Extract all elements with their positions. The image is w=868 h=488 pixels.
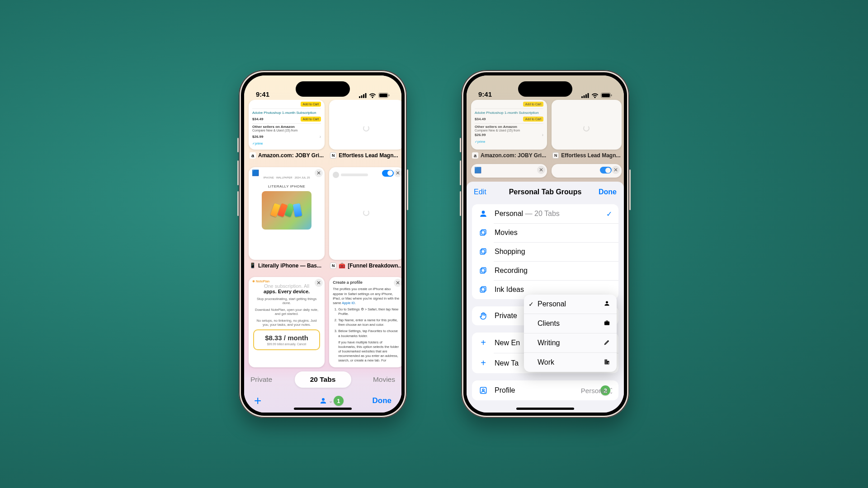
stack-icon bbox=[478, 247, 488, 256]
segment-private[interactable]: Private bbox=[248, 371, 290, 388]
profile-icon bbox=[478, 386, 488, 395]
home-indicator bbox=[294, 408, 352, 410]
tab-group-shopping[interactable]: Shopping bbox=[472, 242, 618, 261]
stack-icon bbox=[478, 285, 488, 294]
phone-frame-1: 9:41 Add to Cart Adobe Photoshop 1-month… bbox=[239, 70, 407, 418]
dynamic-island bbox=[296, 81, 350, 97]
bottom-bar: Private 20 Tabs Movies + ⌄ 1 Done bbox=[244, 367, 401, 413]
tab-item-amazon[interactable]: Add to Cart Adobe Photoshop 1-month Subs… bbox=[249, 100, 325, 161]
profile-option-clients[interactable]: Clients bbox=[524, 314, 617, 333]
loading-spinner-icon bbox=[363, 125, 369, 131]
pencil-icon bbox=[604, 339, 610, 347]
close-tab-button[interactable]: ✕ bbox=[315, 279, 323, 287]
svg-rect-2 bbox=[363, 94, 364, 98]
tab-groups-sheet[interactable]: Edit Personal Tab Groups Done Personal —… bbox=[467, 182, 624, 413]
product-image bbox=[262, 191, 311, 230]
tab-item-setapp[interactable]: ✕ NotePlan One subscription. All apps. E… bbox=[249, 277, 325, 370]
segment-current[interactable]: 20 Tabs bbox=[295, 371, 351, 388]
tab-group-movies[interactable]: Movies bbox=[472, 223, 618, 242]
tab-group-personal[interactable]: Personal — 20 Tabs ✓ bbox=[472, 204, 618, 223]
done-button[interactable]: Done bbox=[372, 396, 392, 405]
add-to-cart-button[interactable]: Add to Cart bbox=[301, 102, 321, 107]
status-time: 9:41 bbox=[478, 90, 492, 98]
profile-popup-menu[interactable]: ✓ Personal Clients Writing Work bbox=[524, 295, 617, 372]
wifi-icon bbox=[369, 93, 376, 98]
literally-iphone-favicon: 📱 bbox=[250, 263, 256, 269]
screen-2: 9:41 Add to Cart Adobe Photoshop 1-month… bbox=[467, 75, 624, 413]
amazon-favicon: a bbox=[250, 152, 256, 159]
profile-option-writing[interactable]: Writing bbox=[524, 333, 617, 352]
tab-groups-list: Personal — 20 Tabs ✓ Movies Shopping Rec… bbox=[472, 204, 618, 299]
person-icon bbox=[319, 397, 327, 405]
tab-label: a Amazon.com: JOBY Gri... bbox=[249, 152, 325, 159]
profile-option-work[interactable]: Work bbox=[524, 352, 617, 372]
profile-row[interactable]: Profile 2 Personal ⌃⌄ bbox=[472, 380, 618, 400]
svg-rect-12 bbox=[602, 94, 610, 97]
dynamic-island bbox=[518, 81, 572, 97]
tab-group-recording[interactable]: Recording bbox=[472, 261, 618, 280]
svg-rect-10 bbox=[588, 93, 589, 98]
status-icons bbox=[359, 93, 390, 98]
tab-item-leadmagnet[interactable]: N Effortless Lead Magn... bbox=[329, 100, 401, 161]
svg-rect-3 bbox=[365, 93, 367, 98]
literally-iphone-favicon: 🟦 bbox=[252, 170, 259, 176]
toggle-switch[interactable] bbox=[382, 170, 394, 177]
signal-icon bbox=[581, 93, 589, 98]
profile-option-personal[interactable]: ✓ Personal bbox=[524, 295, 617, 314]
battery-icon bbox=[601, 93, 612, 98]
chevron-updown-icon: ⌃⌄ bbox=[609, 388, 613, 393]
profile-switcher-button[interactable]: ⌄ 1 bbox=[319, 397, 333, 405]
svg-rect-17 bbox=[480, 250, 485, 254]
svg-rect-7 bbox=[581, 96, 583, 98]
svg-point-23 bbox=[482, 389, 484, 391]
plus-icon: + bbox=[478, 338, 488, 348]
add-to-cart-button[interactable]: Add to Cart bbox=[301, 117, 321, 122]
notion-favicon: N bbox=[330, 152, 336, 159]
plus-icon: + bbox=[478, 358, 488, 368]
svg-rect-21 bbox=[480, 288, 485, 292]
profile-selected[interactable]: Personal ⌃⌄ bbox=[581, 387, 613, 394]
screen-1: 9:41 Add to Cart Adobe Photoshop 1-month… bbox=[244, 75, 401, 413]
checkmark-icon: ✓ bbox=[528, 300, 534, 308]
tab-item-literally-iphone[interactable]: ✕ 🟦 IPHONE · WALLPAPER · 2024 JUL 25 LIT… bbox=[249, 167, 325, 271]
svg-rect-1 bbox=[361, 95, 363, 98]
chevron-down-icon: ⌄ bbox=[329, 398, 333, 404]
svg-rect-15 bbox=[480, 231, 485, 235]
svg-rect-18 bbox=[481, 267, 486, 272]
wifi-icon bbox=[591, 93, 599, 98]
close-tab-button[interactable]: ✕ bbox=[315, 169, 323, 177]
building-icon bbox=[604, 358, 610, 366]
close-tab-button[interactable]: ✕ bbox=[394, 169, 402, 177]
toolbox-icon: 🧰 bbox=[339, 263, 345, 269]
svg-rect-16 bbox=[481, 249, 486, 253]
tab-grid-dimmed: Add to Cart Adobe Photoshop 1-month Subs… bbox=[467, 100, 624, 178]
home-indicator bbox=[516, 408, 574, 410]
tab-grid[interactable]: Add to Cart Adobe Photoshop 1-month Subs… bbox=[244, 100, 401, 370]
tab-group-segments[interactable]: Private 20 Tabs Movies bbox=[248, 370, 398, 389]
stack-icon bbox=[478, 266, 488, 275]
edit-button[interactable]: Edit bbox=[474, 188, 496, 196]
sheet-title: Personal Tab Groups bbox=[496, 188, 594, 196]
svg-rect-0 bbox=[359, 96, 360, 98]
notion-favicon: N bbox=[330, 263, 336, 269]
battery-icon bbox=[378, 93, 390, 98]
new-tab-button[interactable]: + bbox=[254, 394, 261, 408]
tab-label: N Effortless Lead Magn... bbox=[329, 152, 401, 159]
loading-spinner-icon bbox=[363, 210, 369, 216]
person-icon bbox=[478, 209, 488, 218]
phone-frame-2: 9:41 Add to Cart Adobe Photoshop 1-month… bbox=[461, 70, 629, 418]
tab-item-profile-help[interactable]: ✕ Create a profile The profiles you crea… bbox=[329, 277, 401, 370]
checkmark-icon: ✓ bbox=[606, 210, 612, 218]
svg-rect-14 bbox=[481, 230, 486, 234]
close-tab-button[interactable]: ✕ bbox=[394, 279, 402, 287]
hand-icon bbox=[478, 311, 488, 320]
tab-item-funnel[interactable]: ✕ N 🧰 [Funnel Breakdown... bbox=[329, 167, 401, 271]
done-button[interactable]: Done bbox=[594, 188, 617, 196]
segment-movies[interactable]: Movies bbox=[356, 371, 398, 388]
svg-rect-13 bbox=[611, 94, 612, 96]
svg-rect-19 bbox=[480, 269, 485, 273]
svg-rect-6 bbox=[389, 94, 390, 96]
chevron-right-icon: › bbox=[319, 134, 321, 139]
svg-rect-5 bbox=[379, 94, 387, 97]
step-badge-1: 1 bbox=[334, 396, 344, 406]
